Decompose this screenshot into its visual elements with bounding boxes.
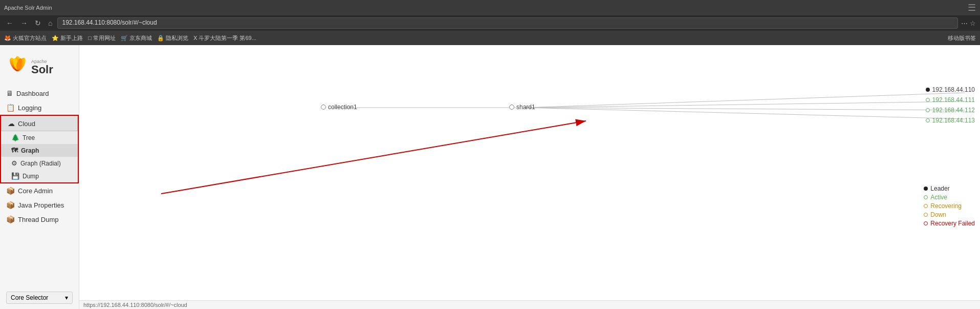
nav-bar: ← → ↻ ⌂ 192.168.44.110:8080/solr/#/~clou… (0, 15, 980, 31)
leader-dot (924, 187, 928, 191)
ip-label-111: 192.168.44.111 (932, 96, 975, 104)
recovering-text: Recovering (930, 202, 962, 210)
active-text: Active (930, 194, 947, 201)
bookmarks-bar: 🦊 火狐官方站点 ⭐ 新手上路 □ 常用网址 🛒 京东商城 🔒 隐私浏览 X 斗… (0, 31, 980, 45)
ip-label-112: 192.168.44.112 (932, 107, 975, 114)
core-admin-icon: 📦 (6, 187, 15, 195)
java-properties-label: Java Properties (18, 201, 64, 209)
down-text: Down (930, 211, 946, 218)
java-properties-icon: 📦 (6, 201, 15, 209)
graph-label: Graph (21, 147, 39, 154)
tab-title: Apache Solr Admin (4, 5, 52, 11)
collection-node[interactable]: collection1 (321, 104, 357, 111)
logo-area: Apache Solr (0, 50, 79, 86)
svg-line-7 (525, 101, 965, 108)
graph-icon: 🗺 (11, 147, 18, 154)
browser-chrome: Apache Solr Admin ☰ ← → ↻ ⌂ 192.168.44.1… (0, 0, 980, 31)
recovering-dot (924, 204, 928, 208)
graph-svg (79, 45, 980, 309)
recovery-failed-dot (924, 221, 928, 225)
main-content: collection1 shard1 192.168.44.110 192.16… (79, 45, 980, 309)
sidebar-item-core-admin[interactable]: 📦 Core Admin (0, 183, 79, 198)
logging-label: Logging (18, 104, 41, 112)
legend-leader: Leader (924, 185, 975, 192)
tree-icon: 🌲 (11, 134, 19, 141)
dump-icon: 💾 (11, 172, 19, 180)
legend-recovering: Recovering (924, 202, 975, 210)
legend-recovery-failed: Recovery Failed (924, 220, 975, 227)
shard-node[interactable]: shard1 (509, 104, 535, 111)
legend-down: Down (924, 211, 975, 218)
graph-radial-label: Graph (Radial) (20, 160, 61, 167)
tree-label: Tree (23, 134, 35, 141)
ip-dot-empty-112 (926, 108, 930, 112)
ip-node-113[interactable]: 192.168.44.113 (926, 117, 975, 124)
core-selector-button[interactable]: Core Selector ▾ (6, 292, 73, 304)
ip-node-111[interactable]: 192.168.44.111 (926, 96, 975, 104)
graph-radial-icon: ⚙ (11, 159, 17, 167)
sidebar-item-java-properties[interactable]: 📦 Java Properties (0, 198, 79, 212)
mobile-bookmarks: 移动版书签 (948, 34, 976, 42)
shard-circle (509, 105, 514, 110)
legend: Leader Active Recovering Down Recovery F… (924, 185, 975, 227)
tab-bar: Apache Solr Admin ☰ (0, 0, 980, 15)
sidebar-item-dashboard[interactable]: 🖥 Dashboard (0, 86, 79, 100)
bookmark-3[interactable]: □ 常用网址 (88, 34, 116, 42)
bookmark-6[interactable]: X 斗罗大陆第一季 第69... (193, 34, 256, 42)
ip-node-112[interactable]: 192.168.44.112 (926, 107, 975, 114)
leader-text: Leader (930, 185, 949, 192)
sidebar-item-thread-dump[interactable]: 📦 Thread Dump (0, 212, 79, 226)
collection-label: collection1 (328, 104, 357, 111)
sidebar-item-graph[interactable]: 🗺 Graph (1, 144, 78, 157)
collection-circle (321, 105, 326, 110)
bookmark-5[interactable]: 🔒 隐私浏览 (157, 34, 188, 42)
ip-dot-empty-111 (926, 98, 930, 102)
solr-logo-icon (6, 55, 29, 78)
svg-line-9 (525, 108, 965, 119)
address-bar[interactable]: 192.168.44.110:8080/solr/#/~cloud (57, 17, 958, 29)
recovery-failed-text: Recovery Failed (930, 220, 975, 227)
sidebar-nav: 🖥 Dashboard 📋 Logging ☁ Cloud 🌲 Tree 🗺 (0, 86, 79, 286)
bookmark-1[interactable]: 🦊 火狐官方站点 (4, 34, 47, 42)
ip-nodes-area: 192.168.44.110 192.168.44.111 192.168.44… (926, 86, 975, 124)
forward-button[interactable]: → (18, 18, 30, 28)
legend-active: Active (924, 194, 975, 201)
menu-icon[interactable]: ☰ (968, 2, 976, 13)
sidebar-item-cloud[interactable]: ☁ Cloud (1, 116, 78, 131)
core-selector-area: Core Selector ▾ (0, 286, 79, 309)
extensions-area: ⋯ ☆ (961, 19, 976, 27)
ip-dot-empty-113 (926, 118, 930, 122)
ip-dot-filled-110 (926, 88, 930, 92)
core-admin-label: Core Admin (18, 187, 53, 195)
cloud-label: Cloud (18, 120, 35, 128)
thread-dump-icon: 📦 (6, 215, 15, 223)
svg-line-11 (161, 121, 586, 194)
sidebar-item-dump[interactable]: 💾 Dump (1, 170, 78, 182)
bookmark-2[interactable]: ⭐ 新手上路 (52, 34, 83, 42)
ip-node-110[interactable]: 192.168.44.110 (926, 86, 975, 93)
logging-icon: 📋 (6, 104, 15, 112)
app-container: Apache Solr 🖥 Dashboard 📋 Logging ☁ Clou… (0, 45, 980, 309)
home-button[interactable]: ⌂ (46, 18, 54, 28)
sidebar-item-logging[interactable]: 📋 Logging (0, 100, 79, 115)
status-url: https://192.168.44.110:8080/solr/#/~clou… (83, 302, 187, 308)
status-bar: https://192.168.44.110:8080/solr/#/~clou… (79, 300, 980, 309)
shard-label: shard1 (516, 104, 535, 111)
thread-dump-label: Thread Dump (18, 216, 58, 223)
cloud-icon: ☁ (8, 119, 15, 128)
down-dot (924, 213, 928, 217)
ip-label-113: 192.168.44.113 (932, 117, 975, 124)
bookmark-4[interactable]: 🛒 京东商城 (121, 34, 152, 42)
sidebar: Apache Solr 🖥 Dashboard 📋 Logging ☁ Clou… (0, 45, 79, 309)
solr-label: Solr (31, 64, 53, 75)
chevron-down-icon: ▾ (65, 294, 68, 301)
core-selector-label: Core Selector (11, 294, 48, 301)
ip-label-110: 192.168.44.110 (932, 86, 975, 93)
sidebar-item-tree[interactable]: 🌲 Tree (1, 131, 78, 144)
cloud-section: ☁ Cloud 🌲 Tree 🗺 Graph ⚙ Graph (Radial) … (0, 115, 79, 183)
refresh-button[interactable]: ↻ (33, 18, 43, 28)
sidebar-item-graph-radial[interactable]: ⚙ Graph (Radial) (1, 157, 78, 170)
dump-label: Dump (23, 173, 39, 180)
back-button[interactable]: ← (4, 18, 15, 28)
svg-line-8 (525, 108, 965, 110)
